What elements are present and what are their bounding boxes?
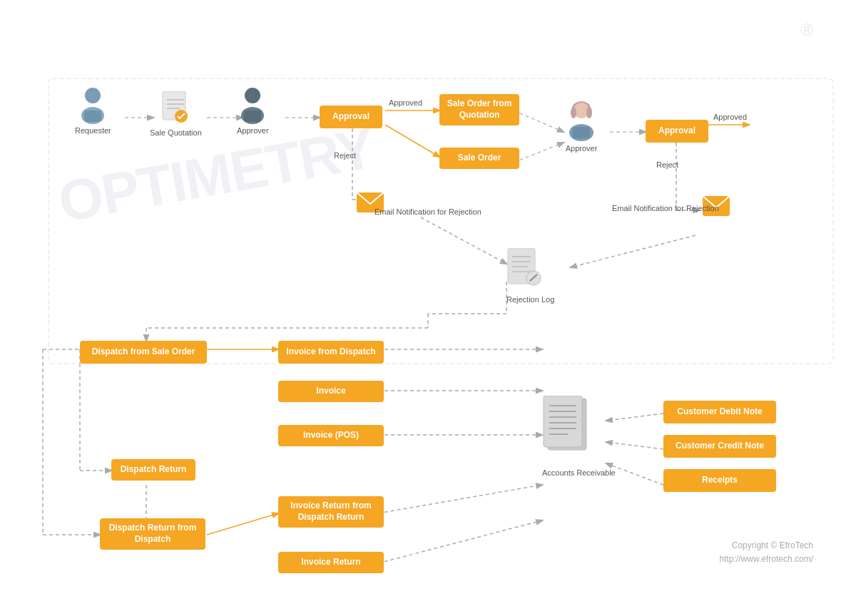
dispatch-return-from-dispatch-box: Dispatch Return from Dispatch (100, 518, 205, 550)
copyright: Copyright © EfroTech http://www.efrotech… (720, 539, 813, 566)
invoice-return-box: Invoice Return (278, 552, 384, 573)
approver2-label: Approver (566, 144, 598, 153)
approver1-label: Approver (237, 126, 269, 135)
approved1-label: Approved (389, 98, 422, 107)
sale-quotation-label: Sale Quotation (150, 128, 202, 137)
registered-symbol: ® (800, 20, 813, 40)
svg-rect-48 (244, 111, 261, 122)
receipts-box: Receipts (663, 469, 776, 492)
approval2-box: Approval (646, 120, 708, 143)
rejection-log-icon: Rejection Log (506, 248, 554, 304)
dispatch-sale-order-box: Dispatch from Sale Order (80, 341, 207, 364)
sale-order-quotation-box: Sale Order from Quotation (439, 94, 519, 125)
requester-label: Requester (75, 126, 111, 135)
svg-point-52 (586, 107, 592, 118)
svg-line-33 (207, 513, 278, 535)
customer-credit-note-box: Customer Credit Note (663, 435, 776, 458)
svg-line-4 (385, 125, 439, 157)
approver2-icon: Approver (564, 100, 599, 153)
requester-icon: Requester (75, 86, 111, 135)
svg-point-51 (571, 107, 576, 118)
svg-line-5 (514, 111, 564, 132)
svg-line-25 (378, 520, 542, 563)
dispatch-return-box: Dispatch Return (111, 459, 195, 481)
svg-rect-40 (84, 111, 101, 122)
invoice-box: Invoice (278, 381, 384, 402)
accounts-receivable-icon: Accounts Receivable (542, 396, 616, 478)
accounts-receivable-label: Accounts Receivable (542, 468, 616, 478)
approval1-box: Approval (320, 106, 382, 128)
svg-point-38 (85, 88, 101, 103)
sale-quotation-icon: Sale Quotation (150, 91, 202, 137)
invoice-from-dispatch-box: Invoice from Dispatch (278, 341, 384, 364)
svg-rect-54 (573, 127, 590, 138)
invoice-return-dispatch-box: Invoice Return from Dispatch Return (278, 496, 384, 528)
svg-line-6 (514, 143, 564, 163)
diagram-container: OPTIMETRY ® (0, 0, 856, 616)
sale-order-box: Sale Order (439, 148, 519, 169)
email-label-right: Email Notification for Rejection (612, 203, 719, 214)
invoice-pos-box: Invoice (POS) (278, 425, 384, 446)
svg-rect-66 (544, 396, 582, 447)
svg-line-24 (378, 485, 542, 513)
email-label-left: Email Notification for Rejection (374, 207, 482, 217)
svg-line-13 (571, 235, 696, 267)
approver1-icon: Approver (237, 86, 269, 135)
rejection-log-label: Rejection Log (506, 295, 554, 304)
reject2-label: Reject (656, 160, 678, 169)
approved2-label: Approved (713, 113, 747, 121)
svg-point-46 (245, 88, 260, 103)
svg-line-14 (421, 217, 506, 264)
reject1-label: Reject (334, 151, 356, 160)
customer-debit-note-box: Customer Debit Note (663, 401, 776, 423)
